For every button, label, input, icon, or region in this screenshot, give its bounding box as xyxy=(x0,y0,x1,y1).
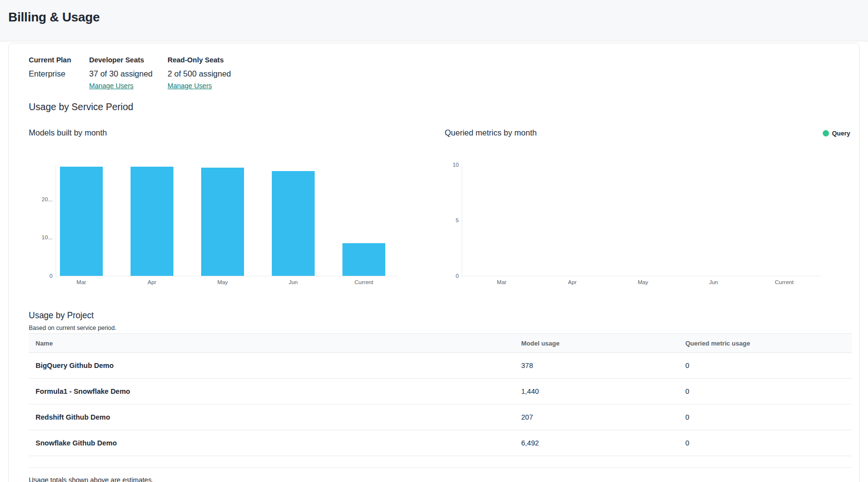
usage-estimates-footnote: Usage totals shown above are estimates. xyxy=(29,476,153,482)
table-row: Redshift Github Demo 207 0 xyxy=(29,405,852,430)
y-axis-tick-label: 10... xyxy=(30,233,53,241)
models-built-chart: 010...20...MarAprMayJunCurrent xyxy=(56,165,398,276)
x-axis-tick-label: Apr xyxy=(553,279,592,285)
billing-usage-page: Billing & Usage Current Plan Enterprise … xyxy=(0,0,868,482)
x-axis-tick-label: Current xyxy=(765,279,804,285)
y-axis-tick-label: 0 xyxy=(30,272,53,280)
table-row: Snowflake Github Demo 6,492 0 xyxy=(29,430,852,456)
developer-seats-value: 37 of 30 assigned xyxy=(89,69,152,78)
model-usage-value: 207 xyxy=(521,413,685,421)
model-usage-value: 1,440 xyxy=(521,387,685,395)
developer-seats-column: Developer Seats 37 of 30 assigned Manage… xyxy=(89,56,152,90)
y-axis-tick-label: 10 xyxy=(436,161,459,169)
model-usage-value: 6,492 xyxy=(521,439,685,447)
x-axis-tick-label: Jun xyxy=(274,279,313,285)
x-axis-tick-label: Current xyxy=(344,279,383,285)
table-header-row: Name Model usage Queried metric usage xyxy=(29,333,852,353)
models-built-chart-title: Models built by month xyxy=(29,128,107,137)
manage-users-link-developer[interactable]: Manage Users xyxy=(89,82,133,90)
developer-seats-label: Developer Seats xyxy=(89,56,152,64)
x-axis-tick-label: Jun xyxy=(694,279,733,285)
column-header-name: Name xyxy=(29,340,521,347)
table-row: BigQuery Github Demo 378 0 xyxy=(29,353,852,379)
bar-current xyxy=(342,243,385,276)
legend-dot-icon xyxy=(823,130,829,136)
x-axis-tick-label: May xyxy=(623,279,662,285)
project-name: Redshift Github Demo xyxy=(29,413,521,421)
model-usage-value: 378 xyxy=(521,362,685,369)
legend-query[interactable]: Query xyxy=(823,130,850,137)
project-name: Formula1 - Snowflake Demo xyxy=(29,387,521,395)
project-name: Snowflake Github Demo xyxy=(29,439,521,447)
usage-by-project-title: Usage by Project xyxy=(29,310,94,321)
read-only-seats-label: Read-Only Seats xyxy=(168,56,231,64)
y-axis-tick-label: 0 xyxy=(436,272,459,280)
table-footer-spacer xyxy=(29,456,852,468)
read-only-seats-value: 2 of 500 assigned xyxy=(168,69,231,78)
page-title: Billing & Usage xyxy=(8,10,100,25)
page-header: Billing & Usage xyxy=(0,0,868,41)
project-name: BigQuery Github Demo xyxy=(29,362,521,369)
current-plan-value: Enterprise xyxy=(29,69,71,78)
table-row: Formula1 - Snowflake Demo 1,440 0 xyxy=(29,379,852,405)
column-header-model-usage: Model usage xyxy=(521,340,685,347)
current-plan-label: Current Plan xyxy=(29,56,71,64)
billing-card: Current Plan Enterprise Developer Seats … xyxy=(8,43,860,482)
queried-metric-usage-value: 0 xyxy=(685,439,845,447)
queried-metrics-chart: 0510MarAprMayJunCurrent xyxy=(462,165,821,276)
y-axis-tick-label: 20... xyxy=(30,195,53,203)
y-axis-tick-label: 5 xyxy=(436,216,459,224)
usage-by-project-subtitle: Based on current service period. xyxy=(29,325,116,331)
queried-metrics-chart-title: Queried metrics by month xyxy=(445,128,537,137)
column-header-queried-metric-usage: Queried metric usage xyxy=(685,340,845,347)
manage-users-link-readonly[interactable]: Manage Users xyxy=(168,82,212,90)
current-plan-column: Current Plan Enterprise xyxy=(29,56,71,78)
bar-jun xyxy=(272,171,315,276)
usage-by-service-period-title: Usage by Service Period xyxy=(29,101,133,113)
x-axis-tick-label: Apr xyxy=(132,279,171,285)
read-only-seats-column: Read-Only Seats 2 of 500 assigned Manage… xyxy=(168,56,231,90)
bar-apr xyxy=(131,167,173,276)
x-axis-tick-label: Mar xyxy=(62,279,101,285)
legend-query-label: Query xyxy=(832,130,850,137)
usage-by-project-table: Name Model usage Queried metric usage Bi… xyxy=(29,333,852,468)
queried-metric-usage-value: 0 xyxy=(685,387,845,395)
x-axis-tick-label: May xyxy=(203,279,242,285)
bar-mar xyxy=(60,167,103,276)
queried-metric-usage-value: 0 xyxy=(685,362,845,369)
bar-may xyxy=(201,168,244,276)
x-axis-tick-label: Mar xyxy=(482,279,521,285)
queried-metric-usage-value: 0 xyxy=(685,413,845,421)
